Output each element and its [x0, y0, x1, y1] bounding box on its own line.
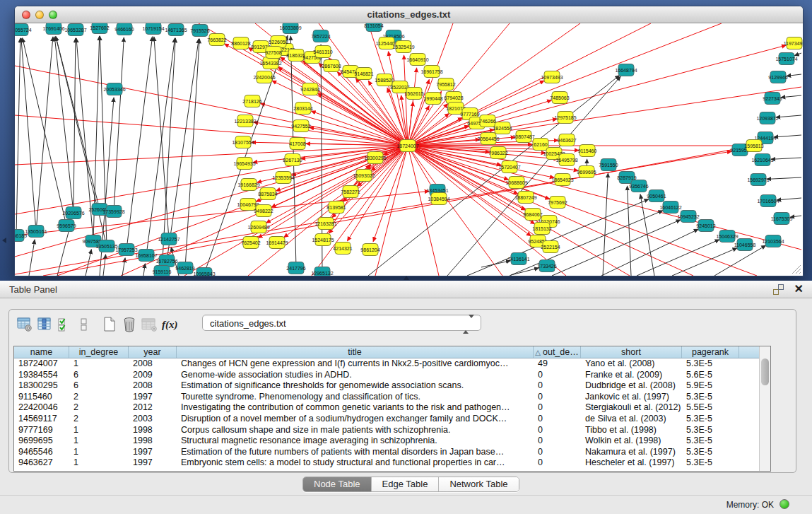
table-cell[interactable]: 0: [534, 447, 581, 458]
table-cell[interactable]: 5.3E-5: [682, 425, 739, 436]
table-cell[interactable]: 0: [534, 414, 581, 425]
graph-node[interactable]: [631, 180, 647, 192]
table-cell[interactable]: 1998: [129, 436, 177, 447]
float-panel-icon[interactable]: [773, 284, 784, 295]
graph-node[interactable]: [161, 233, 177, 245]
table-cell[interactable]: 1: [69, 447, 129, 458]
table-cell[interactable]: de Silva et al. (2003): [581, 414, 682, 425]
reference-edge[interactable]: [23, 38, 66, 226]
table-cell[interactable]: 5.3E-5: [682, 414, 739, 425]
table-cell[interactable]: 2012: [129, 402, 177, 414]
graph-node[interactable]: [139, 250, 154, 262]
graph-node[interactable]: [552, 92, 567, 104]
reference-edge[interactable]: [790, 216, 801, 217]
table-row[interactable]: 977716911998Corpus callosum shape and si…: [14, 425, 770, 436]
table-cell[interactable]: 9115460: [14, 392, 69, 403]
table-cell[interactable]: Genome-wide association studies in ADHD.: [177, 370, 534, 381]
network-canvas[interactable]: 1405572417691406106532871527602946616010…: [15, 23, 803, 276]
reference-edge[interactable]: [126, 37, 153, 250]
table-cell[interactable]: 2: [69, 402, 129, 414]
reference-edge[interactable]: [16, 38, 20, 235]
table-row[interactable]: 911546021997Tourette syndrome. Phenomeno…: [14, 392, 770, 403]
citation-edge[interactable]: [312, 146, 408, 276]
table-cell[interactable]: 18300295: [14, 380, 69, 392]
graph-node[interactable]: [106, 206, 122, 218]
table-cell[interactable]: Disruption of a novel member of a sodium…: [177, 414, 534, 425]
table-cell[interactable]: 6: [69, 370, 129, 381]
graph-node[interactable]: [502, 161, 517, 173]
graph-node[interactable]: [107, 83, 122, 95]
graph-node[interactable]: [509, 177, 524, 189]
delete-table-button[interactable]: [139, 315, 159, 334]
graph-node[interactable]: [263, 57, 278, 69]
graph-node[interactable]: [237, 115, 253, 127]
table-cell[interactable]: Estimation of significance thresholds fo…: [177, 380, 534, 392]
table-cell[interactable]: 0: [534, 392, 581, 403]
splitter-handle-icon[interactable]: [404, 276, 409, 280]
reference-edge[interactable]: [154, 37, 169, 239]
graph-node[interactable]: [177, 262, 193, 274]
graph-node[interactable]: [15, 230, 24, 242]
window-resize-grip[interactable]: [792, 264, 801, 274]
graph-node[interactable]: [233, 37, 249, 49]
table-cell[interactable]: Tourette syndrome. Phenomenology and cla…: [177, 392, 534, 403]
graph-node[interactable]: [448, 103, 464, 115]
table-cell[interactable]: Hescheler et al. (1997): [581, 457, 682, 469]
table-cell[interactable]: 9465546: [14, 447, 69, 458]
graph-node[interactable]: [396, 41, 411, 53]
table-panel-header[interactable]: Table Panel ✕: [0, 281, 812, 298]
table-cell[interactable]: 22420046: [14, 402, 69, 414]
graph-node[interactable]: [315, 46, 331, 58]
graph-node[interactable]: [533, 139, 548, 151]
graph-node[interactable]: [343, 186, 358, 198]
graph-node[interactable]: [363, 244, 378, 256]
graph-node[interactable]: [550, 197, 565, 209]
table-cell[interactable]: 0: [534, 380, 581, 392]
memory-status-icon[interactable]: [779, 499, 789, 509]
graph-node[interactable]: [543, 241, 558, 253]
graph-node[interactable]: [681, 211, 696, 223]
graph-node[interactable]: [649, 190, 664, 202]
table-cell[interactable]: Stergiakouli et al. (2012): [581, 402, 682, 414]
graph-node[interactable]: [438, 78, 454, 90]
table-vertical-scrollbar[interactable]: [759, 346, 770, 471]
citation-edge[interactable]: [408, 146, 502, 276]
graph-node[interactable]: [241, 179, 257, 191]
graph-node[interactable]: [257, 71, 272, 83]
graph-node[interactable]: [663, 201, 678, 214]
graph-node[interactable]: [765, 235, 781, 247]
graph-node[interactable]: [774, 213, 789, 225]
graph-node[interactable]: [356, 170, 372, 182]
graph-node[interactable]: [770, 71, 786, 83]
graph-node[interactable]: [392, 81, 408, 93]
graph-node[interactable]: [293, 120, 309, 132]
citation-edge[interactable]: [254, 122, 408, 146]
reference-edge[interactable]: [86, 250, 91, 276]
graph-node[interactable]: [410, 54, 425, 66]
graph-node[interactable]: [760, 112, 775, 124]
table-row[interactable]: 946362711997Embryonic stem cells: a mode…: [14, 457, 770, 469]
table-cell[interactable]: 1: [69, 457, 129, 469]
table-cell[interactable]: Yano et al. (2008): [581, 358, 682, 370]
graph-node[interactable]: [251, 221, 266, 233]
graph-node[interactable]: [159, 255, 175, 267]
graph-node[interactable]: [318, 218, 334, 230]
graph-node[interactable]: [618, 64, 634, 76]
table-cell[interactable]: 1: [69, 358, 129, 370]
graph-node[interactable]: [290, 138, 305, 150]
graph-node[interactable]: [59, 220, 74, 232]
table-cell[interactable]: 2008: [129, 380, 177, 392]
graph-node[interactable]: [481, 133, 496, 145]
graph-node[interactable]: [544, 71, 560, 83]
column-header-in_degree[interactable]: in_degree: [69, 346, 129, 358]
graph-node[interactable]: [579, 145, 595, 157]
citation-edge[interactable]: [408, 45, 786, 146]
delete-button[interactable]: [119, 315, 139, 334]
citation-edge[interactable]: [375, 146, 408, 276]
table-cell[interactable]: 9777169: [14, 425, 69, 436]
graph-node[interactable]: [367, 152, 383, 164]
column-header-name[interactable]: name: [14, 346, 69, 358]
table-cell[interactable]: 2003: [129, 414, 177, 425]
graph-node[interactable]: [446, 92, 461, 104]
table-cell[interactable]: 2008: [129, 358, 177, 370]
